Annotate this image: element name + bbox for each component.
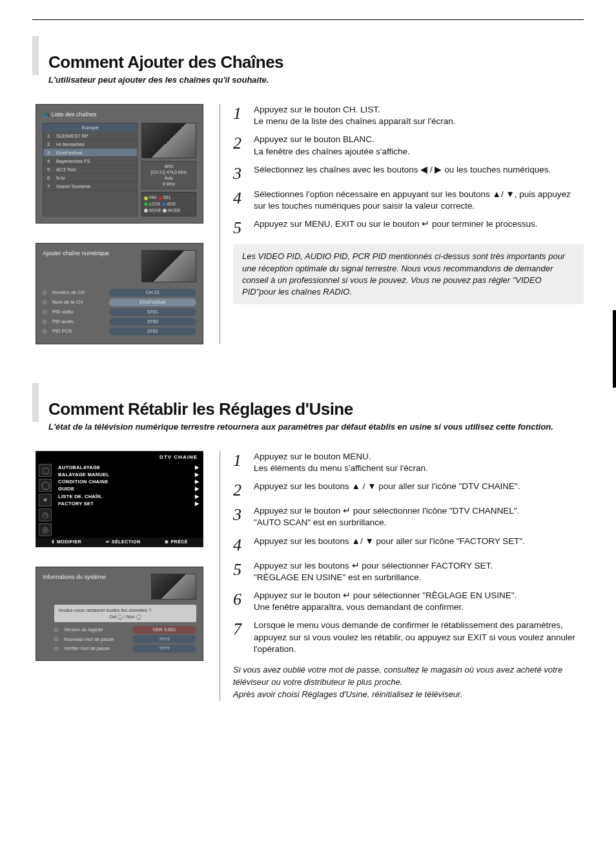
tv-icon: ▢	[39, 464, 52, 477]
preview-thumb	[151, 574, 196, 600]
confirm-dialog: Voulez-vous restaurer toutes les données…	[54, 605, 196, 622]
legend: FAV DEL LOCK ADD MOVE MODE	[141, 192, 196, 216]
step: 1Appuyez sur le bouton MENU.Les éléments…	[233, 451, 584, 474]
step-text: Appuyez sur le bouton ↵ pour sélectionne…	[254, 505, 584, 528]
screenshot-add-channel: Ajouter chaîne numérique Numéro de CHCH …	[36, 243, 203, 344]
menu-footer: ⇕ MODIFIER ↵ SÉLECTION ⊗ PRÉCÉ	[36, 538, 203, 547]
tools-icon: ✦	[39, 494, 52, 507]
step: 2Appuyez sur les boutons ▲ / ▼ pour alle…	[233, 481, 584, 499]
section-title: Comment Rétablir les Réglages d'Usine	[48, 399, 353, 419]
section-subtitle: L'utilisateur peut ajouter des les chaîn…	[32, 75, 584, 85]
step-number: 1	[233, 104, 246, 127]
channel-info: ARD [CH 21] 474,0 MHz Auto 8 MHz	[141, 161, 196, 189]
menu-icon-strip: ▢ ◯ ✦ ◷ ◎	[36, 463, 54, 538]
screenshot-channel-list: 📺 Liste des chaînes Europe 1SÜDWEST RP 2…	[36, 104, 203, 224]
step-text: Appuyez sur les boutons ↵ pour sélection…	[254, 560, 584, 583]
step: 6Appuyez sur le bouton ↵ pour sélectionn…	[233, 590, 584, 613]
steps-s1: 1Appuyez sur le bouton CH. LIST.Le menu …	[233, 104, 584, 236]
section-subtitle: L'état de la télévision numérique terres…	[32, 422, 584, 432]
step: 4Appuyez sur les boutons ▲/ ▼ pour aller…	[233, 536, 584, 554]
step: 1Appuyez sur le bouton CH. LIST.Le menu …	[233, 104, 584, 127]
heading-bar	[32, 383, 39, 422]
step-number: 5	[233, 560, 246, 583]
menu-items: AUTOBALAYAGE▶ BALAYAGE MANUEL▶ CONDITION…	[54, 463, 203, 538]
step-text: Sélectionnes l'option nécessaire en appu…	[254, 189, 584, 212]
preview-thumb	[141, 123, 196, 158]
osd-title: 📺 Liste des chaînes	[43, 111, 196, 118]
step-number: 4	[233, 189, 246, 212]
heading-bar	[32, 36, 39, 75]
globe-icon: ◯	[39, 479, 52, 492]
section-add-channels: Comment Ajouter des Chaînes L'utilisateu…	[32, 36, 584, 344]
step-number: 6	[233, 590, 246, 613]
preview-thumb	[141, 250, 196, 282]
steps-column: 1Appuyez sur le bouton MENU.Les éléments…	[220, 451, 584, 701]
note-plain: Si vous avez oublié votre mot de passe, …	[233, 664, 584, 701]
step: 4Sélectionnes l'option nécessaire en app…	[233, 189, 584, 212]
step-text: Sélectionnez les chaînes avec les bouton…	[254, 164, 584, 182]
step-number: 5	[233, 218, 246, 236]
step: 3Sélectionnez les chaînes avec les bouto…	[233, 164, 584, 182]
step: 5Appuyez sur les boutons ↵ pour sélectio…	[233, 560, 584, 583]
disc-icon: ◎	[39, 523, 52, 536]
list-region: Europe	[43, 123, 137, 132]
step: 5Appuyez sur MENU, EXIT ou sur le bouton…	[233, 218, 584, 236]
steps-column: 1Appuyez sur le bouton CH. LIST.Le menu …	[220, 104, 584, 344]
step-text: Lorsque le menu vous demande de confirme…	[254, 620, 584, 655]
page-side-tab	[613, 310, 616, 388]
step-text: Appuyez sur le bouton BLANC.La fenêtre d…	[254, 134, 584, 157]
step-number: 3	[233, 505, 246, 528]
osd-title: Ajouter chaîne numérique	[43, 250, 138, 256]
step: 2Appuyez sur le bouton BLANC.La fenêtre …	[233, 134, 584, 157]
step-number: 4	[233, 536, 246, 554]
menu-header: DTV CHAINE	[36, 452, 203, 463]
note-box: Les VIDEO PID, AUDIO PID, PCR PID mentio…	[233, 244, 584, 304]
step-text: Appuyez sur MENU, EXIT ou sur le bouton …	[254, 218, 584, 236]
step-text: Appuyez sur les boutons ▲ / ▼ pour aller…	[254, 481, 584, 499]
screenshot-system-info: Informations du système Voulez-vous rest…	[36, 567, 203, 662]
section-title: Comment Ajouter des Chaînes	[48, 52, 283, 72]
section-factory-reset: Comment Rétablir les Réglages d'Usine L'…	[32, 383, 584, 701]
channel-rows: 1SÜDWEST RP 2Hr-fernsehen 3EinsFestival …	[43, 132, 137, 191]
step: 7Lorsque le menu vous demande de confirm…	[233, 620, 584, 655]
step: 3Appuyez sur le bouton ↵ pour sélectionn…	[233, 505, 584, 528]
screenshot-dtv-menu: DTV CHAINE ▢ ◯ ✦ ◷ ◎ AUTOBALAYAGE▶ BALAY…	[36, 451, 203, 547]
step-number: 2	[233, 134, 246, 157]
step-text: Appuyez sur le bouton MENU.Les éléments …	[254, 451, 584, 474]
top-rule	[32, 19, 584, 20]
step-number: 1	[233, 451, 246, 474]
step-text: Appuyez sur le bouton ↵ pour sélectionne…	[254, 590, 584, 613]
step-number: 7	[233, 620, 246, 655]
steps-s2: 1Appuyez sur le bouton MENU.Les éléments…	[233, 451, 584, 655]
step-number: 3	[233, 164, 246, 182]
clock-icon: ◷	[39, 508, 52, 521]
step-number: 2	[233, 481, 246, 499]
step-text: Appuyez sur les boutons ▲/ ▼ pour aller …	[254, 536, 584, 554]
step-text: Appuyez sur le bouton CH. LIST.Le menu d…	[254, 104, 584, 127]
osd-title: Informations du système	[43, 574, 147, 580]
